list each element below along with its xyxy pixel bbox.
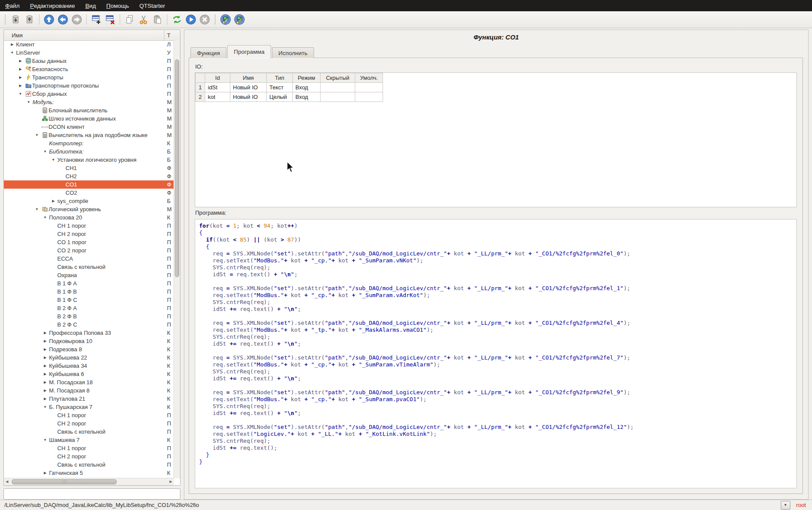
io-cell[interactable] bbox=[355, 83, 383, 92]
tree-item[interactable]: ▼Логический уровеньМ bbox=[4, 205, 174, 213]
tree-horizontal-scrollbar[interactable]: ◀ ┆┆┆ ▶ bbox=[4, 478, 174, 485]
expand-arrow-icon[interactable]: ▶ bbox=[41, 339, 49, 343]
tree-item[interactable]: В 1 Ф АП bbox=[4, 279, 174, 288]
tree-item[interactable]: ▼LinServerУ bbox=[4, 49, 174, 57]
up-button[interactable] bbox=[42, 13, 56, 26]
expand-arrow-icon[interactable]: ▶ bbox=[41, 389, 49, 392]
expand-arrow-icon[interactable]: ▶ bbox=[41, 397, 49, 401]
io-cell[interactable]: Вход bbox=[293, 83, 321, 92]
io-cell[interactable] bbox=[355, 92, 383, 102]
io-cell[interactable]: Новый IO bbox=[230, 83, 267, 92]
collapse-arrow-icon[interactable]: ▼ bbox=[41, 216, 49, 219]
expand-arrow-icon[interactable]: ▶ bbox=[41, 380, 49, 384]
tree-item[interactable]: ▶Подковырова 10К bbox=[4, 337, 174, 345]
tab-function[interactable]: Функция bbox=[190, 47, 226, 58]
tree-item[interactable]: ▶Гатчинская 5К bbox=[4, 469, 174, 477]
scroll-left-arrow-icon[interactable]: ◀ bbox=[6, 479, 8, 484]
expand-arrow-icon[interactable]: ▶ bbox=[41, 471, 49, 475]
tree-item[interactable]: ▶Плуталова 21К bbox=[4, 395, 174, 403]
tree-item[interactable]: ▶Куйбышева 34К bbox=[4, 362, 174, 370]
tree-item[interactable]: ▶М. Посадская 8К bbox=[4, 386, 174, 395]
tree-item[interactable]: Связь с котельнойП bbox=[4, 461, 174, 469]
tree-item[interactable]: DCONDCON клиентМ bbox=[4, 123, 174, 131]
tree-item[interactable]: ▶КлиентЛ bbox=[4, 40, 174, 49]
tree-item[interactable]: CH 2 порогП bbox=[4, 419, 174, 428]
expand-arrow-icon[interactable]: ▶ bbox=[41, 356, 49, 360]
expand-arrow-icon[interactable]: ▶ bbox=[16, 75, 24, 79]
tree-item[interactable]: ▼Шамшева 7К bbox=[4, 436, 174, 444]
vertical-scroll-thumb[interactable] bbox=[175, 59, 179, 277]
tree-item[interactable]: ▼Полозова 20К bbox=[4, 213, 174, 222]
menu-item-file[interactable]: Файл bbox=[0, 0, 25, 11]
tree-item[interactable]: В 2 Ф СП bbox=[4, 320, 174, 329]
collapse-arrow-icon[interactable]: ▼ bbox=[33, 133, 41, 137]
collapse-arrow-icon[interactable]: ▼ bbox=[33, 207, 41, 211]
back-button[interactable] bbox=[56, 13, 70, 26]
cut-button[interactable] bbox=[137, 13, 151, 26]
expand-arrow-icon[interactable]: ▶ bbox=[16, 84, 24, 88]
copy-button[interactable] bbox=[123, 13, 137, 26]
expand-arrow-icon[interactable]: ▶ bbox=[41, 347, 49, 351]
load-button[interactable] bbox=[9, 13, 23, 26]
stop-button[interactable] bbox=[198, 13, 212, 26]
io-column-header[interactable]: Скрытый bbox=[321, 73, 355, 83]
io-column-header[interactable]: Имя bbox=[230, 73, 267, 83]
tree-item[interactable]: ▶БезопасностьП bbox=[4, 65, 174, 73]
save-button[interactable] bbox=[23, 13, 36, 26]
expand-arrow-icon[interactable]: ▶ bbox=[16, 67, 24, 71]
io-cell[interactable]: Текст bbox=[267, 83, 293, 92]
start-button[interactable] bbox=[184, 13, 198, 26]
expand-arrow-icon[interactable]: ▶ bbox=[8, 42, 16, 46]
tree-item[interactable]: CH 2 порогП bbox=[4, 230, 174, 238]
tree-item[interactable]: ▼Сбор данныхП bbox=[4, 90, 174, 98]
tree-item[interactable]: ▶Куйбышева 22К bbox=[4, 353, 174, 362]
expand-arrow-icon[interactable]: ▶ bbox=[41, 364, 49, 368]
tree-item[interactable]: ▼Библиотека:Б bbox=[4, 147, 174, 156]
tree-item[interactable]: CO 1 порогП bbox=[4, 238, 174, 246]
menu-item-edit[interactable]: Редактирование bbox=[25, 0, 80, 11]
menu-item-help[interactable]: Помощь bbox=[101, 0, 134, 11]
tree-item[interactable]: ▶ТранспортыП bbox=[4, 73, 174, 82]
collapse-arrow-icon[interactable]: ▼ bbox=[16, 92, 24, 96]
expand-arrow-icon[interactable]: ▶ bbox=[41, 331, 49, 335]
tree-item[interactable]: CH 1 порогП bbox=[4, 411, 174, 419]
toolbar-drag-handle[interactable] bbox=[5, 15, 6, 24]
tree-item[interactable]: В 1 Ф СП bbox=[4, 296, 174, 304]
menu-item-view[interactable]: Вид bbox=[80, 0, 101, 11]
collapse-arrow-icon[interactable]: ▼ bbox=[49, 158, 57, 162]
tree-item[interactable]: CH 2 порогП bbox=[4, 452, 174, 461]
remove-item-button[interactable] bbox=[103, 13, 117, 26]
io-cell[interactable]: Целый bbox=[267, 92, 293, 102]
tree-item[interactable]: ▼Модуль:М bbox=[4, 98, 174, 106]
io-row-number[interactable]: 2 bbox=[196, 92, 205, 102]
tree-item[interactable]: В 2 Ф АП bbox=[4, 304, 174, 312]
menu-item-qtstarter[interactable]: QTStarter bbox=[134, 0, 170, 11]
toolbar-drag-handle[interactable] bbox=[215, 15, 216, 24]
tree-vertical-scrollbar[interactable] bbox=[174, 40, 180, 478]
tree-item[interactable]: CH1Ф bbox=[4, 164, 174, 172]
tree-item[interactable]: ▶Куйбышева 6К bbox=[4, 370, 174, 378]
collapse-arrow-icon[interactable]: ▼ bbox=[25, 100, 33, 104]
tree-item[interactable]: ОхранаП bbox=[4, 271, 174, 279]
tab-execute[interactable]: Исполнить bbox=[272, 47, 314, 58]
io-cell[interactable] bbox=[321, 92, 355, 102]
io-cell[interactable]: idSt bbox=[205, 83, 230, 92]
tree-item[interactable]: ECCAП bbox=[4, 255, 174, 263]
tree-item[interactable]: Связь с котельнойП bbox=[4, 263, 174, 271]
tab-program[interactable]: Программа bbox=[227, 45, 271, 58]
io-row-number[interactable]: 1 bbox=[196, 83, 205, 92]
tree-item[interactable]: ▶Подрезова 8К bbox=[4, 345, 174, 353]
tree-item[interactable]: CO2Ф bbox=[4, 189, 174, 197]
io-cell[interactable]: kot bbox=[205, 92, 230, 102]
expand-arrow-icon[interactable]: ▶ bbox=[49, 199, 57, 203]
io-column-header[interactable]: Id bbox=[205, 73, 230, 83]
paste-button[interactable] bbox=[151, 13, 164, 26]
collapse-arrow-icon[interactable]: ▼ bbox=[41, 150, 49, 154]
add-item-button[interactable] bbox=[89, 13, 103, 26]
tree-item[interactable]: В 1 Ф ВП bbox=[4, 288, 174, 296]
tree-item[interactable]: ▼Б. Пушкарская 7К bbox=[4, 403, 174, 411]
collapse-arrow-icon[interactable]: ▼ bbox=[41, 405, 49, 409]
tree-item[interactable]: ▼Вычислитель на java подобном языкеМ bbox=[4, 131, 174, 139]
tree-item[interactable]: ▶М. Посадская 18К bbox=[4, 378, 174, 386]
forward-button[interactable] bbox=[70, 13, 84, 26]
